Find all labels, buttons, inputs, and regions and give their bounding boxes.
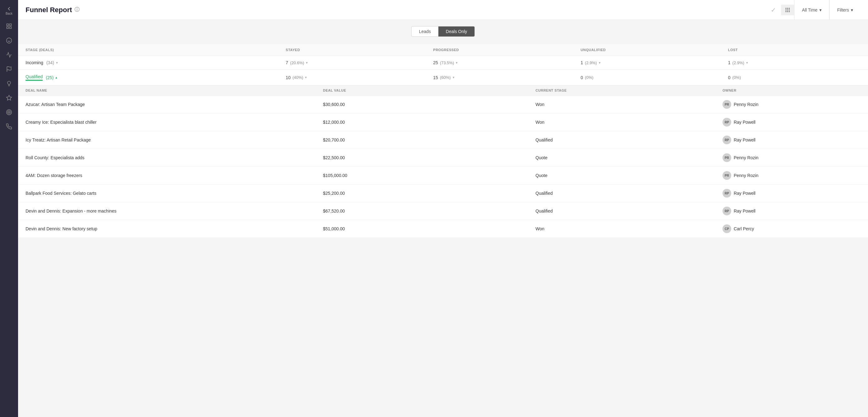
qualified-progressed-pct: (60%): [440, 75, 451, 80]
deal-owner-cell: PR Penny Rozin: [715, 96, 868, 114]
header-actions: ✓ All Time ▾ Filters ▾: [766, 0, 861, 20]
col-unqualified: UNQUALIFIED: [573, 44, 721, 56]
incoming-label: Incoming: [26, 60, 43, 65]
time-filter-button[interactable]: All Time ▾: [795, 0, 829, 20]
svg-rect-13: [785, 9, 786, 10]
q-stayed-dropdown-icon[interactable]: ▾: [305, 76, 307, 80]
filters-button[interactable]: Filters ▾: [830, 0, 861, 20]
deal-name-cell: Devin and Dennis: Expansion - more machi…: [18, 202, 316, 220]
svg-rect-16: [785, 11, 786, 12]
deal-name-cell: Roll County: Especialista adds: [18, 149, 316, 167]
col-stayed: STAYED: [278, 44, 426, 56]
flag-icon[interactable]: [3, 63, 15, 75]
list-item: Devin and Dennis: Expansion - more machi…: [18, 202, 868, 220]
back-button[interactable]: Back: [0, 3, 18, 18]
deal-stage-cell: Won: [528, 220, 715, 238]
qualified-expand-icon[interactable]: ▴: [56, 76, 57, 80]
svg-point-7: [6, 110, 12, 115]
avatar: PR: [722, 100, 731, 109]
deal-value-cell: $30,600.00: [316, 96, 528, 114]
list-item: 4AM: Dozen storage freezers $105,000.00 …: [18, 167, 868, 184]
incoming-stayed-value: 7: [286, 60, 288, 65]
svg-point-9: [8, 112, 9, 113]
stage-table-header: STAGE (DEALS) STAYED PROGRESSED UNQUALIF…: [18, 44, 868, 56]
qualified-unqualified-pct: (0%): [585, 75, 593, 80]
deal-name-cell: 4AM: Dozen storage freezers: [18, 167, 316, 184]
deals-sub-table: DEAL NAME DEAL VALUE CURRENT STAGE OWNER…: [18, 85, 868, 237]
avatar: CP: [722, 225, 731, 233]
time-label: All Time: [802, 7, 817, 12]
q-progressed-dropdown-icon[interactable]: ▾: [453, 76, 455, 80]
deal-value-cell: $25,200.00: [316, 184, 528, 202]
stayed-dropdown-icon[interactable]: ▾: [306, 61, 308, 65]
page-header: Funnel Report ⓘ ✓ All Time ▾ Fil: [18, 0, 868, 20]
lightbulb-icon[interactable]: [3, 78, 15, 89]
reports-icon[interactable]: [3, 20, 15, 32]
list-item: Ballpark Food Services: Gelato carts $25…: [18, 184, 868, 202]
incoming-lost-value: 1: [728, 60, 731, 65]
stage-qualified: Qualified (25) ▴: [18, 70, 278, 85]
leads-toggle-button[interactable]: Leads: [411, 27, 438, 36]
activity-icon[interactable]: [3, 49, 15, 61]
owner-name: Carl Percy: [734, 226, 754, 231]
deal-value-cell: $20,700.00: [316, 131, 528, 149]
target-icon[interactable]: [3, 106, 15, 118]
qualified-progressed-value: 15: [433, 75, 438, 80]
palette-icon[interactable]: [3, 35, 15, 47]
phone-icon[interactable]: [3, 121, 15, 132]
incoming-progressed: 25 (73.5%) ▾: [426, 56, 573, 70]
main-content: Funnel Report ⓘ ✓ All Time ▾ Fil: [18, 0, 868, 417]
deals-only-toggle-button[interactable]: Deals Only: [438, 27, 474, 36]
qualified-stayed: 10 (40%) ▾: [278, 70, 426, 85]
filters-chevron-icon: ▾: [851, 7, 853, 12]
sidebar: Back: [0, 0, 18, 417]
list-item: Icy Treatz: Artisan Retail Package $20,7…: [18, 131, 868, 149]
unqualified-dropdown-icon[interactable]: ▾: [599, 61, 601, 65]
info-icon[interactable]: ⓘ: [74, 6, 80, 13]
deal-owner-cell: CP Carl Percy: [715, 220, 868, 238]
deal-value-cell: $12,000.00: [316, 114, 528, 131]
svg-rect-3: [7, 27, 9, 29]
content-area: Leads Deals Only STAGE (DEALS) STAYED PR…: [18, 20, 868, 417]
list-item: Roll County: Especialista adds $22,500.0…: [18, 149, 868, 167]
star-icon[interactable]: [3, 92, 15, 104]
qualified-count: (25): [44, 75, 54, 80]
owner-name: Penny Rozin: [734, 102, 758, 107]
avatar: RP: [722, 207, 731, 215]
progressed-dropdown-icon[interactable]: ▾: [456, 61, 458, 65]
avatar: RP: [722, 189, 731, 198]
back-label: Back: [6, 12, 12, 15]
svg-rect-18: [789, 11, 790, 12]
incoming-count: (34): [45, 60, 54, 65]
qualified-label: Qualified: [26, 74, 43, 81]
owner-name: Ray Powell: [734, 120, 755, 125]
owner-name: Penny Rozin: [734, 155, 758, 160]
incoming-lost: 1 (2.9%) ▾: [721, 56, 868, 70]
deals-sub-section: DEAL NAME DEAL VALUE CURRENT STAGE OWNER…: [18, 85, 868, 238]
qualified-unqualified: 0 (0%): [573, 70, 721, 85]
sub-col-current-stage: CURRENT STAGE: [528, 85, 715, 96]
filters-label: Filters: [837, 7, 849, 12]
deal-value-cell: $22,500.00: [316, 149, 528, 167]
deal-stage-cell: Quote: [528, 167, 715, 184]
svg-rect-1: [10, 24, 11, 26]
grid-view-button[interactable]: [781, 5, 794, 15]
deal-name-cell: Icy Treatz: Artisan Retail Package: [18, 131, 316, 149]
deal-stage-cell: Qualified: [528, 184, 715, 202]
deal-stage-cell: Qualified: [528, 202, 715, 220]
deal-stage-cell: Quote: [528, 149, 715, 167]
incoming-unqualified: 1 (2.9%) ▾: [573, 56, 721, 70]
lost-dropdown-icon[interactable]: ▾: [746, 61, 748, 65]
owner-name: Ray Powell: [734, 191, 755, 196]
deal-stage-cell: Won: [528, 96, 715, 114]
svg-rect-10: [785, 8, 786, 9]
qualified-lost-pct: (0%): [733, 75, 741, 80]
table-row: Qualified (25) ▴ 10 (40%) ▾: [18, 70, 868, 85]
incoming-unqualified-pct: (2.9%): [585, 60, 597, 65]
deal-name-cell: Devin and Dennis: New factory setup: [18, 220, 316, 238]
deal-value-cell: $105,000.00: [316, 167, 528, 184]
incoming-expand-icon[interactable]: ▾: [56, 61, 58, 65]
qualified-progressed: 15 (60%) ▾: [426, 70, 573, 85]
deal-owner-cell: PR Penny Rozin: [715, 149, 868, 167]
sub-col-deal-value: DEAL VALUE: [316, 85, 528, 96]
